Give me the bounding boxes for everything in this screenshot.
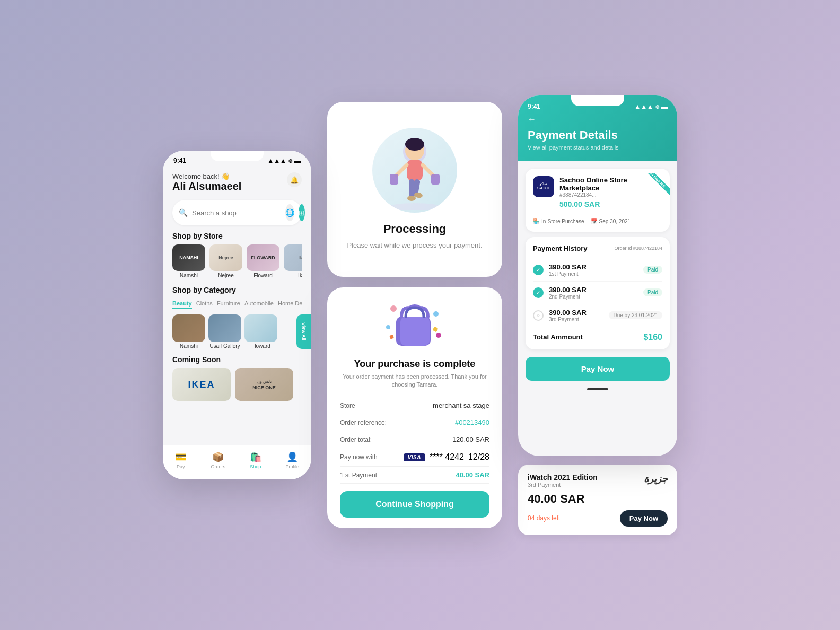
right-time: 9:41 (528, 103, 540, 110)
iwatch-footer: 04 days left Pay Now (528, 510, 668, 527)
paid-badge-1: Paid (643, 266, 662, 274)
history-card: Payment History Order Id #3887422184 ✓ 3… (526, 237, 670, 349)
grid-button[interactable]: ⊞ (299, 204, 305, 221)
search-bar[interactable]: 🔍 🌐 ⊞ (172, 200, 302, 225)
store-thumb-namshi: NAMSHI (172, 244, 205, 271)
detail-row-orderref: Order reference: #00213490 (340, 414, 489, 431)
category-tabs: Beauty Cloths Furniture Automobile Home … (172, 299, 302, 309)
store-label-ik: Ik (298, 273, 302, 278)
battery-icon: ▬ (294, 157, 301, 164)
check-icon-3: ○ (533, 310, 544, 321)
cat-label-usaif: Usaif Gallery (208, 343, 241, 349)
due-badge-3: Due by 23.01.2021 (609, 311, 662, 319)
days-left: 04 days left (528, 514, 560, 522)
orderref-label: Order reference: (340, 419, 387, 426)
back-button[interactable]: ← (528, 115, 668, 124)
svg-rect-18 (433, 326, 439, 332)
notification-bell-icon[interactable]: 🔔 (287, 172, 302, 187)
history-item-2: ✓ 390.00 SAR 2nd Payment Paid (533, 282, 662, 304)
search-input[interactable] (192, 209, 281, 217)
coming-item-ikea[interactable]: IKEA (172, 368, 231, 401)
shop-by-store-title: Shop by Store (172, 232, 302, 240)
store-type-label: In-Store Purchase (541, 218, 584, 224)
svg-rect-8 (431, 174, 440, 185)
cat-item-usaif[interactable]: Usaif Gallery (208, 314, 241, 349)
cat-tab-homedeco[interactable]: Home Deco (278, 299, 302, 309)
ordertotal-value: 120.00 SAR (452, 435, 489, 443)
right-phone-header: 9:41 ▲▲▲ ⌾ ▬ ← Payment Details View all … (518, 95, 677, 161)
store-item-namshi[interactable]: NAMSHI Namshi (172, 244, 205, 278)
store-value: merchant sa stage (433, 401, 489, 409)
cat-tab-furniture[interactable]: Furniture (217, 299, 240, 309)
continue-shopping-button[interactable]: Continue Shopping (340, 491, 489, 518)
store-row: NAMSHI Namshi Nejree Nejree FLOWARD Flow… (172, 244, 302, 278)
history-paynum-2: 2nd Payment (549, 294, 638, 300)
nav-shop[interactable]: 🛍️ Shop (250, 451, 261, 469)
right-signal-icon: ▲▲▲ (634, 103, 653, 110)
nav-profile[interactable]: 👤 Profile (286, 451, 300, 469)
purchase-complete-screen: Your purchase is complete Your order pay… (327, 287, 502, 529)
iwatch-pay-button[interactable]: Pay Now (620, 510, 668, 527)
nav-pay[interactable]: 💳 Pay (175, 451, 187, 469)
store-thumb-floward: FLOWARD (247, 244, 279, 271)
total-row: Total Ammount $160 (533, 327, 662, 342)
iwatch-name: iWatch 2021 Edition (528, 473, 598, 482)
niceone-label: NICE ONE (252, 385, 276, 390)
corner-badge-container: 84 days left (643, 173, 670, 199)
right-phone: 9:41 ▲▲▲ ⌾ ▬ ← Payment Details View all … (518, 95, 677, 456)
iwatch-name-section: iWatch 2021 Edition 3rd Payment (528, 473, 598, 488)
cat-tab-cloths[interactable]: Cloths (196, 299, 213, 309)
view-all-button[interactable]: View All (296, 314, 311, 349)
processing-illustration (372, 128, 457, 213)
history-item-3: ○ 390.00 SAR 3rd Payment Due by 23.01.20… (533, 304, 662, 327)
user-name: Ali Alsumaeel (172, 180, 241, 192)
welcome-text: Welcome back! 👋 (172, 172, 241, 180)
svg-point-11 (407, 196, 416, 201)
svg-line-5 (396, 165, 407, 176)
welcome-section: Welcome back! 👋 Ali Alsumaeel (172, 172, 241, 199)
coming-soon-title: Coming Soon (172, 355, 302, 364)
cat-item-floward[interactable]: Floward (244, 314, 277, 349)
meta-type: 🏪 In-Store Purchase (533, 218, 584, 224)
cat-tab-automobile[interactable]: Automobile (244, 299, 274, 309)
store-label-nejree: Nejree (218, 273, 233, 278)
left-status-icons: ▲▲▲ ⌾ ▬ (267, 157, 301, 164)
left-phone-content: Welcome back! 👋 Ali Alsumaeel 🔔 🔍 🌐 ⊞ Sh… (163, 167, 311, 406)
nav-orders[interactable]: 📦 Orders (211, 451, 226, 469)
store-item-ik[interactable]: Ik Ik (284, 244, 302, 278)
store-item-floward[interactable]: FLOWARD Floward (247, 244, 279, 278)
search-icon: 🔍 (179, 208, 188, 217)
corner-badge: 84 days left (643, 173, 670, 195)
right-status-bar: 9:41 ▲▲▲ ⌾ ▬ (528, 103, 668, 115)
check-icon-2: ✓ (533, 287, 544, 298)
merchant-amount: 500.00 SAR (559, 200, 662, 208)
pay-icon: 💳 (175, 451, 187, 463)
check-icon-1: ✓ (533, 265, 544, 275)
store-item-nejree[interactable]: Nejree Nejree (209, 244, 242, 278)
cat-item-namshi[interactable]: Namshi (172, 314, 205, 349)
right-wifi-icon: ⌾ (655, 103, 659, 110)
cat-tab-beauty[interactable]: Beauty (172, 299, 192, 309)
merchant-logo: ساكو SACO (533, 176, 554, 197)
svg-line-6 (423, 165, 433, 176)
store-thumb-ik: Ik (284, 244, 302, 271)
nav-orders-label: Orders (211, 464, 226, 469)
jazeera-logo: جزيرة (644, 473, 668, 485)
history-amount-3: 390.00 SAR (549, 309, 603, 317)
svg-point-15 (390, 305, 397, 312)
calendar-icon: 📅 (591, 218, 597, 224)
cat-thumb-usaif (208, 314, 241, 342)
store-label-namshi: Namshi (180, 273, 198, 278)
store-label-floward: Floward (253, 273, 273, 278)
history-paynum-3: 3rd Payment (549, 317, 603, 322)
nav-pay-label: Pay (177, 464, 185, 469)
pay-now-button[interactable]: Pay Now (526, 357, 670, 381)
screens-container: 9:41 ▲▲▲ ⌾ ▬ Welcome back! 👋 Ali Alsumae… (142, 74, 698, 556)
coming-item-niceone[interactable]: نايس ون NICE ONE (235, 368, 293, 401)
card-number: **** 4242 (430, 452, 464, 462)
right-content: 84 days left ساكو SACO Sachoo Online Sto… (518, 161, 677, 456)
language-button[interactable]: 🌐 (285, 204, 294, 221)
paid-badge-2: Paid (643, 288, 662, 296)
history-info-3: 390.00 SAR 3rd Payment (549, 309, 603, 322)
shopping-girl-svg (380, 130, 449, 210)
